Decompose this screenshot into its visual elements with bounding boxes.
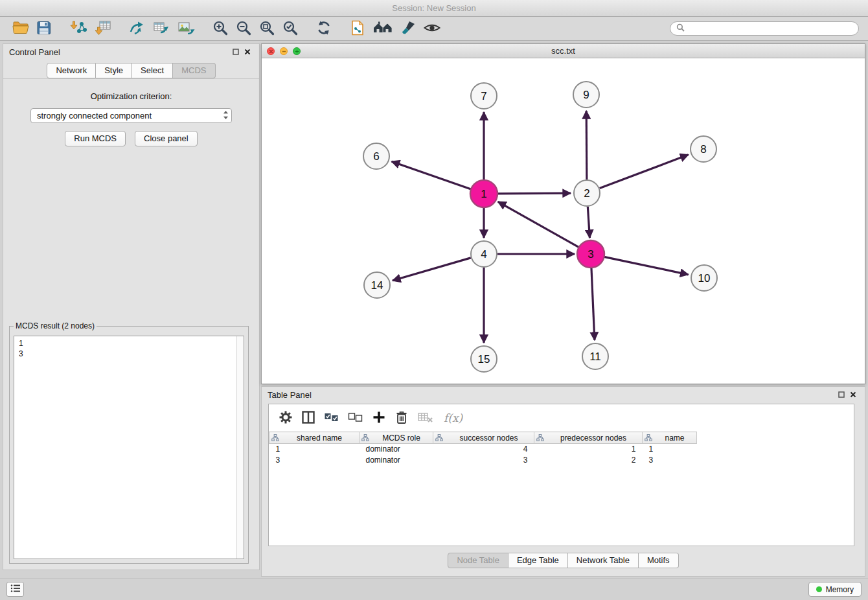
- zoom-selected-button[interactable]: [280, 18, 300, 40]
- table-cell[interactable]: dominator: [360, 444, 433, 455]
- edge-3-to-10[interactable]: [604, 257, 689, 274]
- criterion-select[interactable]: strongly connected component: [30, 108, 232, 123]
- close-panel-button[interactable]: Close panel: [135, 131, 198, 146]
- graph-node-9[interactable]: 9: [573, 82, 599, 108]
- select-all-button[interactable]: [322, 408, 341, 428]
- edge-3-to-11[interactable]: [591, 268, 595, 340]
- table-settings-button[interactable]: [277, 408, 295, 428]
- column-header-mcds-role[interactable]: MCDS role: [360, 432, 433, 444]
- task-history-button[interactable]: [6, 582, 24, 597]
- float-window-icon: [233, 47, 239, 57]
- float-control-panel-button[interactable]: [230, 46, 242, 58]
- memory-button[interactable]: Memory: [808, 582, 862, 597]
- table-tab-network-table[interactable]: Network Table: [568, 553, 639, 568]
- table-panel-header: Table Panel: [262, 387, 865, 402]
- import-table-file-button[interactable]: [93, 18, 113, 40]
- table-tab-edge-table[interactable]: Edge Table: [508, 553, 568, 568]
- result-scrollbar[interactable]: [236, 336, 244, 559]
- refresh-button[interactable]: [314, 18, 334, 40]
- combo-arrows-icon: [223, 110, 229, 122]
- tab-mcds[interactable]: MCDS: [173, 63, 215, 78]
- table-cell[interactable]: 3: [433, 455, 534, 466]
- edge-2-to-3[interactable]: [588, 207, 589, 238]
- table-cell[interactable]: 1: [269, 444, 360, 455]
- open-session-button[interactable]: [11, 18, 30, 40]
- close-window-button[interactable]: [267, 47, 275, 55]
- tab-network[interactable]: Network: [47, 63, 96, 78]
- search-box[interactable]: [670, 21, 859, 36]
- graph-node-1[interactable]: 1: [470, 180, 497, 207]
- svg-text:14: 14: [371, 279, 383, 292]
- graph-node-4[interactable]: 4: [471, 241, 497, 267]
- destroy-table-button[interactable]: [415, 408, 436, 428]
- graph-node-3[interactable]: 3: [577, 240, 604, 268]
- edge-2-to-9[interactable]: [586, 111, 587, 179]
- edge-1-to-2[interactable]: [497, 193, 571, 194]
- graph-node-8[interactable]: 8: [691, 136, 716, 162]
- graph-node-10[interactable]: 10: [691, 265, 717, 291]
- zoom-in-button[interactable]: [211, 18, 230, 40]
- function-builder-button[interactable]: f(x): [440, 410, 466, 426]
- hierarchy-icon: [361, 434, 369, 443]
- folder-icon: [12, 19, 29, 38]
- edge-4-to-14[interactable]: [393, 258, 471, 281]
- control-panel-header: Control Panel: [3, 44, 259, 60]
- column-header-name[interactable]: name: [643, 432, 697, 444]
- save-session-button[interactable]: [34, 18, 54, 40]
- load-network-button[interactable]: [128, 18, 147, 40]
- mcds-result-list: 13: [14, 336, 244, 559]
- edge-1-to-6[interactable]: [392, 161, 472, 189]
- table-cell[interactable]: 4: [433, 444, 534, 455]
- table-tab-node-table[interactable]: Node Table: [448, 553, 508, 568]
- tab-style[interactable]: Style: [96, 63, 132, 78]
- window-titlebar[interactable]: Session: New Session: [0, 0, 868, 17]
- minimize-window-button[interactable]: [280, 47, 288, 55]
- table-cell[interactable]: 1: [534, 444, 643, 455]
- import-document-button[interactable]: [348, 18, 367, 40]
- table-cell[interactable]: dominator: [360, 455, 433, 466]
- tab-select[interactable]: Select: [132, 63, 173, 78]
- import-network-file-button[interactable]: [68, 18, 89, 40]
- show-graphics-details-button[interactable]: [422, 18, 442, 40]
- export-image-button[interactable]: [176, 18, 196, 40]
- graph-node-2[interactable]: 2: [574, 180, 600, 206]
- graph-node-11[interactable]: 11: [582, 343, 608, 369]
- style-brush-button[interactable]: [398, 18, 418, 40]
- graph-node-15[interactable]: 15: [471, 346, 497, 372]
- svg-text:9: 9: [583, 89, 589, 101]
- table-cell[interactable]: 3: [643, 455, 697, 466]
- edge-2-to-8[interactable]: [600, 155, 689, 189]
- column-header-successor-nodes[interactable]: successor nodes: [433, 432, 534, 444]
- delete-row-button[interactable]: [393, 408, 411, 428]
- network-table-button[interactable]: [151, 18, 172, 40]
- show-columns-button[interactable]: [299, 408, 317, 428]
- window-title: Session: New Session: [392, 3, 475, 13]
- refresh-icon: [315, 19, 332, 38]
- edge-3-to-1[interactable]: [498, 202, 579, 247]
- close-control-panel-button[interactable]: [242, 46, 253, 58]
- graph-node-7[interactable]: 7: [471, 83, 497, 109]
- network-canvas[interactable]: 7968124314101511: [262, 58, 865, 384]
- deselect-all-button[interactable]: [346, 408, 365, 428]
- zoom-fit-button[interactable]: [257, 18, 277, 40]
- add-row-button[interactable]: [370, 408, 388, 428]
- table-row[interactable]: 1dominator411: [269, 444, 854, 455]
- table-tab-motifs[interactable]: Motifs: [639, 553, 679, 568]
- float-table-panel-button[interactable]: [836, 389, 847, 401]
- home-button[interactable]: [371, 18, 394, 40]
- graph-node-6[interactable]: 6: [363, 143, 389, 169]
- table-cell[interactable]: 3: [269, 455, 360, 466]
- table-row[interactable]: 3dominator323: [269, 455, 854, 466]
- search-input[interactable]: [688, 24, 852, 33]
- graph-node-14[interactable]: 14: [364, 272, 390, 298]
- zoom-window-button[interactable]: [293, 47, 301, 55]
- table-cell[interactable]: 2: [534, 455, 643, 466]
- close-table-panel-button[interactable]: [847, 389, 859, 401]
- column-header-shared-name[interactable]: shared name: [269, 432, 360, 444]
- network-graph[interactable]: 7968124314101511: [262, 58, 863, 384]
- zoom-out-button[interactable]: [234, 18, 253, 40]
- network-window-titlebar[interactable]: scc.txt: [262, 44, 865, 58]
- table-cell[interactable]: 1: [643, 444, 697, 455]
- run-mcds-button[interactable]: Run MCDS: [65, 131, 126, 146]
- column-header-predecessor-nodes[interactable]: predecessor nodes: [534, 432, 643, 444]
